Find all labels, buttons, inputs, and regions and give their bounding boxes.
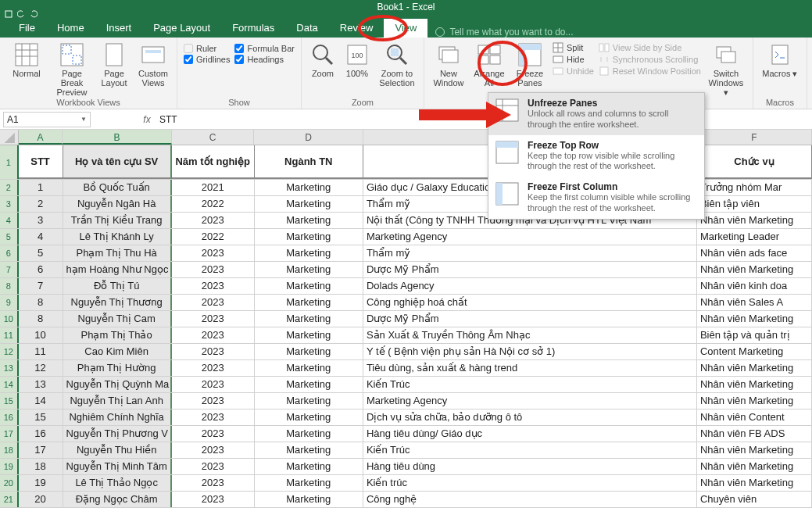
undo-icon[interactable]: [17, 9, 25, 17]
cell[interactable]: 17: [19, 442, 63, 458]
row-number[interactable]: 20: [0, 475, 19, 491]
cell[interactable]: Nhân viên Content: [697, 409, 812, 425]
tell-me-search[interactable]: Tell me what you want to do...: [427, 27, 573, 38]
cell[interactable]: Nguyễn Thu Hiền: [63, 442, 172, 458]
cell[interactable]: Marketing: [255, 196, 363, 212]
row-number[interactable]: 4: [0, 213, 19, 228]
cell[interactable]: Nhân viên ads face: [697, 245, 812, 261]
cell[interactable]: Dịch vụ sửa chữa, bảo dưỡng ô tô: [363, 409, 697, 425]
cell[interactable]: Nguyễn Thị Minh Tâm: [63, 459, 172, 474]
row-number[interactable]: 10: [0, 311, 19, 327]
cell[interactable]: Nhân viên Marketing: [697, 475, 812, 491]
cell[interactable]: Tiêu dùng, sản xuất & hàng trend: [363, 360, 697, 376]
cell[interactable]: 2022: [172, 229, 255, 245]
cell[interactable]: Marketing: [255, 360, 363, 376]
cell[interactable]: 2021: [172, 180, 255, 195]
tab-formulas[interactable]: Formulas: [221, 19, 285, 38]
tab-page-layout[interactable]: Page Layout: [142, 19, 221, 38]
cell[interactable]: 5: [19, 245, 63, 261]
cell[interactable]: Nhân viên Marketing: [697, 393, 812, 409]
cell[interactable]: Nguyễn Thị Lan Anh: [63, 393, 172, 409]
tab-data[interactable]: Data: [285, 19, 328, 38]
cell[interactable]: 4: [19, 229, 63, 245]
cell[interactable]: Marketing: [255, 442, 363, 458]
header-cell[interactable]: Năm tốt nghiệp: [172, 145, 255, 179]
macros-button[interactable]: Macros ▾: [760, 41, 800, 79]
cell[interactable]: 7: [19, 278, 63, 294]
tab-file[interactable]: File: [8, 19, 46, 38]
cell[interactable]: Kiến trúc: [363, 475, 697, 491]
cell[interactable]: Content Marketing: [697, 344, 812, 359]
cell[interactable]: Đặng Ngọc Châm: [63, 492, 172, 507]
cell[interactable]: Phạm Thị Thu Hà: [63, 245, 172, 261]
row-number[interactable]: 2: [0, 180, 19, 195]
row-number[interactable]: 11: [0, 327, 19, 343]
cell[interactable]: Biên tập viên: [697, 196, 812, 212]
cell[interactable]: Nhân viên Sales A: [697, 295, 812, 310]
cell[interactable]: 20: [19, 492, 63, 507]
row-number[interactable]: 15: [0, 393, 19, 409]
cell[interactable]: 2023: [172, 393, 255, 409]
cell[interactable]: 2023: [172, 245, 255, 261]
cell[interactable]: Marketing: [255, 229, 363, 245]
column-header-D[interactable]: D: [254, 130, 363, 145]
row-number[interactable]: 12: [0, 344, 19, 359]
cell[interactable]: 2023: [172, 442, 255, 458]
cell[interactable]: 3: [19, 213, 63, 228]
row-number[interactable]: 21: [0, 492, 19, 507]
cell[interactable]: Dolads Agency: [363, 278, 697, 294]
cell[interactable]: 10: [19, 327, 63, 343]
zoom-100-button[interactable]: 100 100%: [342, 41, 372, 78]
page-layout-button[interactable]: Page Layout: [97, 41, 131, 88]
tab-home[interactable]: Home: [46, 19, 95, 38]
column-header-F[interactable]: F: [697, 130, 812, 145]
cell[interactable]: Lê Thị Khánh Ly: [63, 229, 172, 245]
cell[interactable]: 15: [19, 409, 63, 425]
cell[interactable]: Chuyên viên: [697, 492, 812, 507]
unhide-button[interactable]: Unhide: [553, 66, 594, 77]
cell[interactable]: 2023: [172, 459, 255, 474]
cell[interactable]: Trưởng nhóm Mar: [697, 180, 812, 195]
header-cell[interactable]: Chức vụ: [697, 145, 812, 179]
reset-window-position-button[interactable]: Reset Window Position: [599, 66, 701, 77]
cell[interactable]: Nghiêm Chính Nghĩa: [63, 409, 172, 425]
cell[interactable]: 2023: [172, 327, 255, 343]
cell[interactable]: Nhân viên FB ADS: [697, 426, 812, 442]
cell[interactable]: 11: [19, 344, 63, 359]
row-number[interactable]: 14: [0, 377, 19, 392]
row-number[interactable]: 1: [0, 145, 19, 179]
cell[interactable]: Phạm Thị Hường: [63, 360, 172, 376]
cell[interactable]: 19: [19, 475, 63, 491]
cell[interactable]: Marketing: [255, 426, 363, 442]
cell[interactable]: Marketing: [255, 327, 363, 343]
switch-windows-button[interactable]: Switch Windows ▾: [706, 41, 746, 98]
cell[interactable]: Nhân viên Marketing: [697, 377, 812, 392]
cell[interactable]: Marketing: [255, 393, 363, 409]
cell[interactable]: Marketing: [255, 180, 363, 195]
chevron-down-icon[interactable]: ▼: [80, 116, 87, 123]
formula-bar-checkbox[interactable]: Formula Bar: [234, 44, 295, 53]
cell[interactable]: Nguyễn Thị Cam: [63, 311, 172, 327]
cell[interactable]: Kiến Trúc: [363, 442, 697, 458]
cell[interactable]: Marketing: [255, 459, 363, 474]
cell[interactable]: Marketing: [255, 245, 363, 261]
zoom-button[interactable]: Zoom: [308, 41, 338, 78]
cell[interactable]: Marketing: [255, 278, 363, 294]
redo-icon[interactable]: [30, 9, 38, 17]
synchronous-scrolling-button[interactable]: Synchronous Scrolling: [599, 54, 701, 65]
cell[interactable]: Nhân viên Marketing: [697, 262, 812, 277]
normal-view-button[interactable]: Normal: [6, 41, 47, 78]
cell[interactable]: Marketing: [255, 311, 363, 327]
unfreeze-panes-item[interactable]: Unfreeze PanesUnlock all rows and column…: [488, 93, 704, 135]
cell[interactable]: 2023: [172, 360, 255, 376]
cell[interactable]: Nhân viên Marketing: [697, 213, 812, 228]
cell[interactable]: 2023: [172, 377, 255, 392]
cell[interactable]: Bồ Quốc Tuấn: [63, 180, 172, 195]
cell[interactable]: Nhân viên Marketing: [697, 459, 812, 474]
cell[interactable]: Marketing: [255, 492, 363, 507]
header-cell[interactable]: Ngành TN: [255, 145, 363, 179]
cell[interactable]: Marketing Leader: [697, 229, 812, 245]
arrange-all-button[interactable]: Arrange All: [471, 41, 507, 88]
column-header-C[interactable]: C: [172, 130, 255, 145]
row-number[interactable]: 3: [0, 196, 19, 212]
